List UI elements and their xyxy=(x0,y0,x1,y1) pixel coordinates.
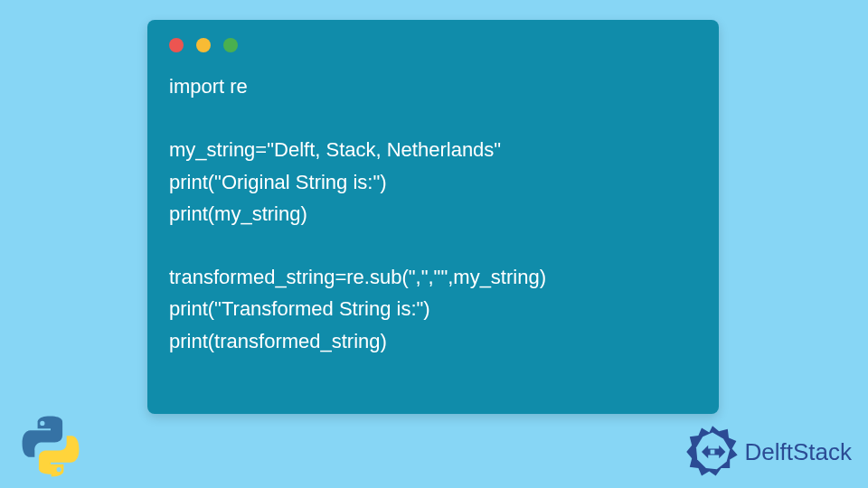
python-icon xyxy=(18,414,83,479)
code-line: import re xyxy=(169,75,248,98)
window-traffic-lights xyxy=(147,20,719,52)
code-line: print("Transformed String is:") xyxy=(169,297,430,320)
code-window: import re my_string="Delft, Stack, Nethe… xyxy=(147,20,719,414)
code-line: print("Original String is:") xyxy=(169,171,387,193)
delftstack-logo: DelftStack xyxy=(685,425,853,479)
code-line: print(my_string) xyxy=(169,202,307,225)
svg-rect-3 xyxy=(710,450,714,455)
code-line: transformed_string=re.sub(",","",my_stri… xyxy=(169,266,546,288)
maximize-dot-icon xyxy=(223,38,238,52)
code-line: print(transformed_string) xyxy=(169,330,387,352)
brand-name: DelftStack xyxy=(745,438,853,466)
code-block: import re my_string="Delft, Stack, Nethe… xyxy=(147,52,719,357)
close-dot-icon xyxy=(169,38,184,52)
delft-icon xyxy=(685,425,740,479)
code-line: my_string="Delft, Stack, Netherlands" xyxy=(169,138,501,161)
minimize-dot-icon xyxy=(196,38,211,52)
